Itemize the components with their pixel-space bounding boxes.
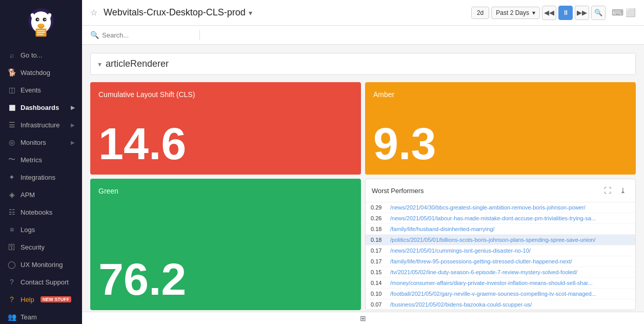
cls-metric-card: Cumulative Layout Shift (CLS) 14.6: [90, 82, 361, 175]
monitors-arrow-icon: ▶: [71, 140, 75, 145]
time-range-selector[interactable]: Past 2 Days ▾: [491, 7, 540, 19]
events-icon: ◫: [7, 85, 16, 94]
expand-icon[interactable]: ⛶: [601, 184, 614, 197]
infrastructure-icon: ☰: [7, 120, 16, 129]
integrations-icon: ✦: [7, 173, 16, 182]
svg-point-4: [37, 24, 45, 28]
nav-next-button[interactable]: ▶▶: [575, 6, 589, 20]
monitors-icon: ◎: [7, 138, 16, 147]
sidebar-item-label-apm: APM: [21, 191, 35, 199]
section-header: ▾ articleRenderer: [90, 53, 636, 75]
main-content: ☆ Webvitals-Crux-Desktop-CLS-prod ▾ 2d P…: [82, 0, 644, 324]
sidebar-item-metrics[interactable]: 〜 Metrics: [0, 151, 82, 168]
sidebar-item-help[interactable]: ? Help NEW STUFF: [0, 291, 82, 308]
green-card-value: 76.2: [98, 257, 353, 302]
sidebar-item-infrastructure[interactable]: ☰ Infrastructure ▶: [0, 116, 82, 134]
worst-performer-row: 0.17/family/life/threw-95-possessions-ge…: [366, 256, 635, 267]
dashboard-grid: Cumulative Layout Shift (CLS) 14.6 Amber…: [90, 82, 636, 310]
worst-performers-title: Worst Performers: [372, 187, 424, 195]
table-view-icon[interactable]: ⊞: [360, 314, 366, 322]
sidebar-item-ux-monitoring[interactable]: ◯ UX Monitoring: [0, 256, 82, 273]
apm-icon: ◈: [7, 190, 16, 199]
help-icon: ?: [7, 295, 16, 304]
star-icon[interactable]: ☆: [90, 8, 97, 17]
wp-score: 0.17: [371, 258, 386, 264]
sidebar-item-label-metrics: Metrics: [21, 156, 42, 164]
wp-url[interactable]: /family/life/threw-95-possessions-gettin…: [390, 258, 572, 264]
worst-performer-row: 0.15/tv/2021/05/02/line-duty-season-6-ep…: [366, 267, 635, 278]
sidebar-item-label-ux-monitoring: UX Monitoring: [21, 261, 63, 269]
search-input[interactable]: [102, 31, 194, 39]
wp-url[interactable]: /football/2021/05/02/gary-neville-v-grae…: [390, 291, 596, 297]
section-collapse-icon[interactable]: ▾: [98, 60, 102, 68]
wp-url[interactable]: /family/life/husband-disinherited-marryi…: [390, 226, 495, 232]
sidebar-item-events[interactable]: ◫ Events: [0, 81, 82, 99]
wp-score: 0.15: [371, 269, 386, 275]
wp-score: 0.29: [371, 204, 386, 211]
sidebar-item-label-help: Help: [21, 296, 34, 303]
sidebar-item-label-infrastructure: Infrastructure: [21, 121, 60, 129]
nav-play-pause-button[interactable]: ⏸: [558, 6, 573, 20]
worst-performers-header: Worst Performers ⛶ ⤓: [366, 179, 635, 202]
logo-area: [0, 0, 82, 46]
wp-url[interactable]: /news/2021/05/01/labour-has-made-mistake…: [390, 215, 596, 221]
section-title: articleRenderer: [106, 59, 169, 69]
sidebar-item-contact-support[interactable]: ? Contact Support: [0, 273, 82, 291]
wp-score: 0.14: [371, 280, 386, 286]
search-divider: [199, 30, 200, 40]
wp-url[interactable]: /business/2021/05/02/bidens-bazooka-coul…: [390, 301, 532, 308]
metrics-icon: 〜: [7, 155, 16, 164]
download-icon[interactable]: ⤓: [617, 184, 629, 197]
sidebar-item-dashboards[interactable]: ▦ Dashboards ▶: [0, 99, 82, 116]
sidebar-item-integrations[interactable]: ✦ Integrations: [0, 168, 82, 186]
time-2d-button[interactable]: 2d: [471, 7, 489, 19]
sidebar-item-watchdog[interactable]: 🐕 Watchdog: [0, 64, 82, 81]
green-metric-card: Green 76.2: [90, 179, 361, 310]
dashboards-arrow-icon: ▶: [71, 105, 75, 110]
search-toggle-button[interactable]: 🔍: [591, 6, 606, 20]
ux-monitoring-icon: ◯: [7, 260, 16, 269]
amber-card-label: Amber: [373, 90, 628, 99]
keyboard-icon[interactable]: ⌨: [612, 8, 623, 17]
worst-performer-row: 0.18/family/life/husband-disinherited-ma…: [366, 224, 635, 235]
search-input-wrap: 🔍: [90, 30, 202, 40]
worst-performer-row: 0.29/news/2021/04/30/bbcs-greatest-singl…: [366, 202, 635, 213]
topbar: ☆ Webvitals-Crux-Desktop-CLS-prod ▾ 2d P…: [82, 0, 644, 26]
worst-performer-row: 0.07/business/2021/05/02/bidens-bazooka-…: [366, 299, 635, 310]
searchbar: 🔍: [82, 26, 644, 45]
sidebar-item-label-team: Team: [21, 313, 37, 321]
title-chevron-icon[interactable]: ▾: [249, 9, 252, 17]
worst-performer-row: 0.10/football/2021/05/02/gary-neville-v-…: [366, 289, 635, 299]
wp-url[interactable]: /money/consumer-affairs/diary-private-in…: [390, 280, 593, 286]
sidebar-item-team[interactable]: 👥 Team: [0, 308, 82, 324]
wp-score: 0.18: [371, 226, 386, 232]
worst-performers-actions: ⛶ ⤓: [601, 184, 629, 197]
wp-url[interactable]: /news/2021/04/30/bbcs-greatest-single-am…: [390, 204, 586, 211]
cls-card-label: Cumulative Layout Shift (CLS): [98, 90, 353, 99]
sidebar-item-label-monitors: Monitors: [21, 139, 46, 146]
sidebar-item-security[interactable]: ⚿ Security: [0, 238, 82, 256]
wp-url[interactable]: /news/2021/05/01/cummings-isnt-genius-di…: [390, 247, 531, 254]
sidebar-item-goto[interactable]: ⌕ Go to...: [0, 46, 82, 64]
logs-icon: ≡: [7, 225, 16, 234]
sidebar-item-monitors[interactable]: ◎ Monitors ▶: [0, 134, 82, 151]
screen-icon[interactable]: ⬜: [626, 8, 636, 17]
wp-url[interactable]: /tv/2021/05/02/line-duty-season-6-episod…: [390, 269, 577, 275]
nav-prev-button[interactable]: ◀◀: [542, 6, 556, 20]
team-icon: 👥: [7, 312, 16, 321]
sidebar-item-label-goto: Go to...: [21, 51, 43, 59]
sidebar-item-notebooks[interactable]: ☷ Notebooks: [0, 203, 82, 221]
search-magnifier-icon: 🔍: [90, 31, 99, 39]
time-range-label: Past 2 Days: [496, 9, 529, 16]
sidebar-item-apm[interactable]: ◈ APM: [0, 186, 82, 203]
keyboard-icons-area: ⌨ ⬜: [612, 8, 636, 17]
sidebar-item-logs[interactable]: ≡ Logs: [0, 221, 82, 238]
sidebar-item-label-logs: Logs: [21, 226, 35, 234]
watchdog-icon: 🐕: [7, 68, 16, 77]
dashboard-content: ▾ articleRenderer Cumulative Layout Shif…: [82, 45, 644, 312]
sidebar-item-label-integrations: Integrations: [21, 174, 55, 181]
worst-performer-row: 0.26/news/2021/05/01/labour-has-made-mis…: [366, 213, 635, 224]
wp-url[interactable]: /politics/2021/05/01/billions-scots-bori…: [390, 237, 596, 243]
amber-card-value: 9.3: [373, 121, 628, 166]
svg-point-7: [37, 19, 39, 21]
